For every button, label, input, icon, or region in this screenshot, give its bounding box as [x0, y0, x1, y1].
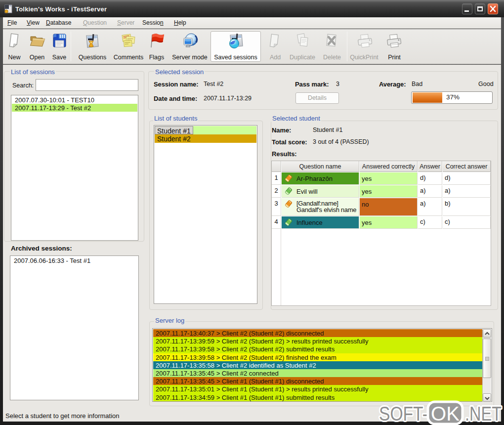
svg-text:.NET: .NET: [465, 403, 502, 425]
svg-text:OK: OK: [431, 403, 460, 425]
svg-text:SOFT-: SOFT-: [379, 403, 428, 425]
